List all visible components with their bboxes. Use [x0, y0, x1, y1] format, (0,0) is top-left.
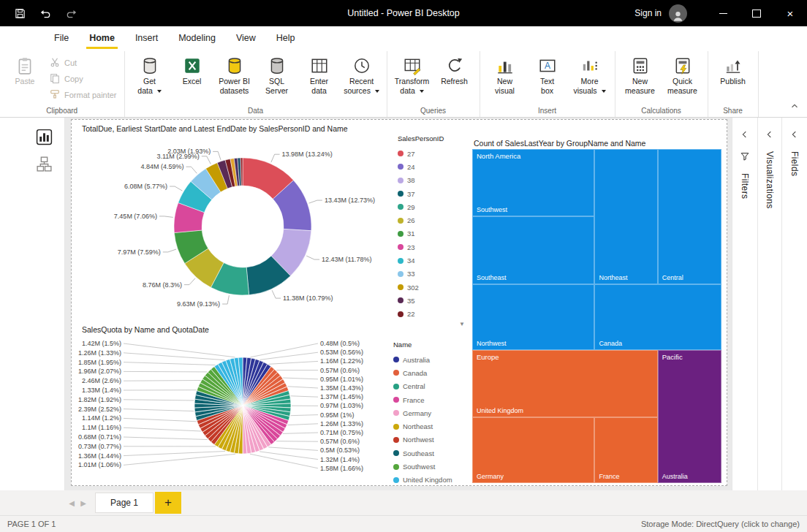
legend-item[interactable]: Canada: [393, 366, 463, 379]
ribbon-groups: PasteCutCopyFormat painterClipboardGetda…: [0, 51, 759, 117]
format-painter-button[interactable]: Format painter: [50, 89, 117, 101]
paste-icon: [15, 55, 34, 77]
legend-item[interactable]: Northeast: [393, 419, 463, 433]
treemap-cell-northeast[interactable]: Northeast: [594, 149, 657, 284]
svg-text:8.76M (8.3%): 8.76M (8.3%): [143, 281, 182, 289]
ribbon-group-label: Clipboard: [4, 106, 120, 117]
legend-item[interactable]: 38: [398, 174, 468, 187]
treemap-cell-canada[interactable]: Canada: [594, 284, 721, 350]
legend-item[interactable]: 24: [398, 160, 468, 173]
redo-button[interactable]: [66, 8, 77, 19]
treemap-chart[interactable]: North America Southwest Southeast Northw…: [472, 149, 721, 483]
treemap-cell-northwest[interactable]: Northwest: [472, 284, 594, 350]
recent-sources-button[interactable]: Recentsources: [341, 53, 382, 97]
close-button[interactable]: ×: [773, 0, 807, 26]
visualizations-pane-collapsed[interactable]: Visualizations: [757, 118, 781, 490]
treemap-cell-france[interactable]: France: [594, 417, 657, 483]
legend-item[interactable]: 33: [398, 267, 468, 281]
storage-mode-status[interactable]: Storage Mode: DirectQuery (click to chan…: [641, 520, 800, 528]
filters-pane-collapsed[interactable]: Filters: [732, 118, 757, 490]
quick-measure-button[interactable]: Quickmeasure: [662, 53, 703, 97]
legend-item[interactable]: Southeast: [393, 446, 463, 460]
excel-button[interactable]: Excel: [172, 53, 213, 88]
legend-item[interactable]: Southwest: [393, 460, 463, 473]
model-view-button[interactable]: [35, 155, 53, 173]
save-button[interactable]: [15, 8, 26, 19]
refresh-button[interactable]: Refresh: [434, 53, 475, 88]
legend-item[interactable]: Northwest: [393, 433, 463, 446]
legend-item[interactable]: United Kingdom: [393, 474, 463, 487]
svg-text:2.39M (2.52%): 2.39M (2.52%): [78, 406, 121, 413]
legend-item[interactable]: 35: [398, 294, 468, 307]
expand-filters-icon[interactable]: [740, 129, 750, 142]
enter-data-button[interactable]: Enterdata: [299, 53, 340, 97]
treemap-cell-united-kingdom[interactable]: Europe United Kingdom: [472, 350, 658, 417]
menu-view[interactable]: View: [226, 26, 266, 51]
legend-item[interactable]: Central: [393, 380, 463, 393]
previous-page-arrow[interactable]: ◀: [66, 499, 77, 507]
fields-pane-collapsed[interactable]: Fields: [781, 118, 807, 490]
copy-button[interactable]: Copy: [50, 73, 117, 85]
db-dark-icon: [140, 55, 159, 77]
menu-file[interactable]: File: [44, 26, 79, 51]
svg-text:12.43M (11.78%): 12.43M (11.78%): [322, 256, 371, 263]
legend-item[interactable]: Germany: [393, 406, 463, 419]
new-visual-button[interactable]: Newvisual: [485, 53, 526, 97]
more-visuals-button[interactable]: Morevisuals: [569, 53, 610, 97]
legend-item[interactable]: France: [393, 393, 463, 406]
treemap-cell-australia[interactable]: Pacific Australia: [658, 350, 721, 483]
power-bi-datasets-button[interactable]: Power BIdatasets: [214, 53, 255, 97]
new-measure-button[interactable]: Newmeasure: [620, 53, 661, 97]
legend-item[interactable]: Australia: [393, 353, 463, 366]
treemap-cell-southeast[interactable]: Southeast: [472, 216, 594, 284]
treemap-visual[interactable]: Count of SalesLastYear by GroupName and …: [472, 139, 721, 484]
publish-button[interactable]: Publish: [713, 53, 754, 88]
menu-insert[interactable]: Insert: [125, 26, 168, 51]
legend-item[interactable]: 29: [398, 200, 468, 213]
treemap-cell-central[interactable]: Central: [658, 149, 721, 284]
svg-text:0.73M (0.77%): 0.73M (0.77%): [78, 443, 121, 450]
legend-color-dot: [398, 218, 404, 224]
legend-item[interactable]: 22: [398, 308, 468, 321]
text-box-button[interactable]: ATextbox: [527, 53, 568, 97]
report-page[interactable]: TotalDue, Earliest StartDate and Latest …: [71, 119, 727, 486]
undo-button[interactable]: [40, 8, 51, 19]
ribbon-group-share: PublishShare: [708, 51, 759, 117]
pie-chart-visual[interactable]: SalesQuota by Name and QuotaDate 1.42M (…: [72, 323, 472, 484]
page-tab[interactable]: Page 1: [95, 493, 154, 513]
clock-icon: [352, 55, 371, 77]
menu-help[interactable]: Help: [266, 26, 306, 51]
report-canvas[interactable]: TotalDue, Earliest StartDate and Latest …: [65, 118, 732, 490]
maximize-button[interactable]: [740, 0, 773, 26]
transform-data-button[interactable]: Transformdata: [392, 53, 433, 97]
legend-item[interactable]: 27: [398, 147, 468, 160]
svg-text:9.63M (9.13%): 9.63M (9.13%): [177, 300, 220, 308]
expand-visualizations-icon[interactable]: [765, 129, 775, 142]
report-view-button[interactable]: [35, 128, 53, 146]
legend-item[interactable]: 23: [398, 240, 468, 254]
menu-modeling[interactable]: Modeling: [168, 26, 226, 51]
treemap-cell-germany[interactable]: Germany: [472, 417, 594, 483]
legend-item[interactable]: 37: [398, 187, 468, 200]
legend-item[interactable]: 302: [398, 281, 468, 294]
cut-button[interactable]: Cut: [50, 57, 117, 69]
treemap-cell-southwest[interactable]: North America Southwest: [472, 149, 594, 216]
get-data-button[interactable]: Getdata: [129, 53, 170, 97]
expand-fields-icon[interactable]: [789, 129, 800, 142]
paste-button[interactable]: Paste: [4, 53, 45, 88]
donut-chart-visual[interactable]: TotalDue, Earliest StartDate and Latest …: [76, 121, 474, 323]
sql-server-button[interactable]: SQLServer: [257, 53, 298, 97]
minimize-button[interactable]: [706, 0, 740, 26]
add-page-button[interactable]: +: [155, 492, 181, 514]
svg-text:11.38M (10.79%): 11.38M (10.79%): [283, 294, 333, 302]
svg-text:1.35M (1.43%): 1.35M (1.43%): [320, 384, 363, 392]
collapse-ribbon-icon[interactable]: [789, 101, 800, 114]
legend-item[interactable]: 31: [398, 227, 468, 240]
legend-item[interactable]: 34: [398, 254, 468, 267]
avatar[interactable]: [669, 4, 687, 23]
menu-home[interactable]: Home: [79, 26, 125, 51]
sign-in-link[interactable]: Sign in: [634, 8, 662, 18]
legend-item[interactable]: 26: [398, 213, 468, 227]
next-page-arrow[interactable]: ▶: [77, 499, 89, 507]
table-icon: [310, 55, 329, 77]
